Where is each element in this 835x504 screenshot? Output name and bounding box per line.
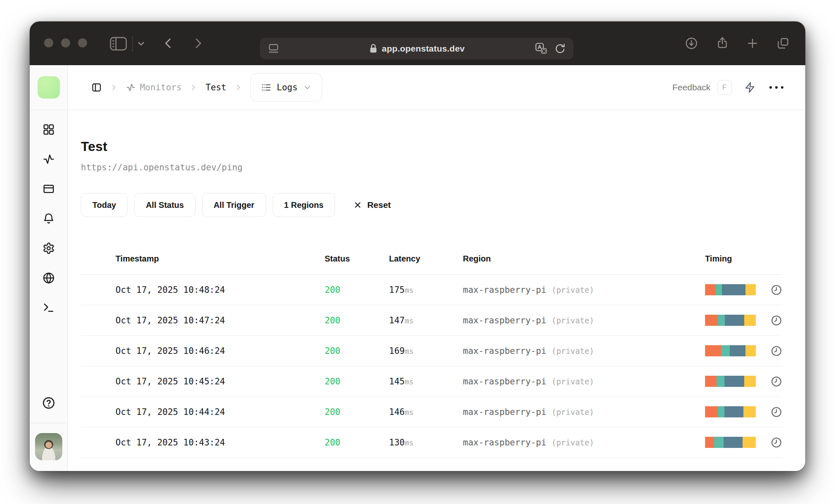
cell-timestamp: Oct 17, 2025 10:46:24 (116, 346, 325, 356)
cell-latency: 145ms (389, 377, 463, 386)
sidebar-footer-divider (30, 423, 67, 423)
new-tab-icon[interactable] (746, 37, 759, 49)
activity-icon[interactable] (42, 153, 55, 165)
lock-icon (369, 43, 378, 54)
column-header-status: Status (325, 254, 389, 264)
terminal-icon[interactable] (42, 301, 55, 314)
feedback-kbd-badge: F (717, 80, 732, 95)
bell-icon[interactable] (42, 212, 55, 225)
tab-overview-icon[interactable] (776, 37, 790, 50)
cell-status: 200 (325, 316, 389, 325)
sidebar-options-chevron-icon[interactable] (136, 40, 146, 47)
chevron-right-icon (109, 83, 118, 92)
cell-region: max-raspberry-pi (private) (463, 346, 705, 356)
timing-segment (705, 376, 717, 387)
timing-segment (744, 315, 756, 326)
filter-date-button[interactable]: Today (81, 193, 127, 217)
breadcrumb-monitor-name[interactable]: Test (205, 82, 226, 92)
filters-bar: Today All Status All Trigger 1 Regions R… (81, 193, 805, 217)
activity-icon (126, 82, 136, 92)
table-row[interactable]: Oct 17, 2025 10:46:24 200 169ms max-rasp… (81, 336, 782, 366)
logs-table: Timestamp Status Latency Region Timing O… (81, 251, 782, 458)
grid-icon[interactable] (42, 123, 55, 136)
close-window-button[interactable] (44, 38, 53, 47)
breadcrumb: Monitors Test (91, 73, 322, 102)
timing-segment (745, 345, 756, 356)
timing-segment (725, 315, 744, 326)
fullscreen-window-button[interactable] (78, 38, 87, 47)
timing-bar (705, 406, 756, 417)
cell-status: 200 (325, 346, 389, 356)
timing-segment (724, 437, 743, 448)
translate-icon[interactable] (535, 42, 548, 55)
timing-segment (705, 315, 718, 326)
more-options-icon[interactable] (768, 85, 785, 89)
downloads-icon[interactable] (685, 37, 698, 50)
feedback-button[interactable]: Feedback F (672, 80, 732, 95)
clock-icon[interactable] (771, 284, 782, 296)
table-row[interactable]: Oct 17, 2025 10:43:24 200 130ms max-rasp… (81, 427, 782, 458)
filter-status-button[interactable]: All Status (134, 193, 195, 217)
table-row[interactable]: Oct 17, 2025 10:44:24 200 146ms max-rasp… (81, 397, 782, 427)
cell-latency: 147ms (389, 316, 463, 325)
cell-latency: 130ms (389, 438, 463, 447)
timing-segment (705, 406, 718, 417)
zap-icon[interactable] (744, 82, 756, 93)
timing-segment (721, 345, 730, 356)
breadcrumb-monitors[interactable]: Monitors (126, 82, 182, 92)
clock-icon[interactable] (771, 437, 782, 448)
clock-icon[interactable] (771, 345, 782, 357)
filter-regions-button[interactable]: 1 Regions (273, 193, 335, 217)
browser-chrome: app.openstatus.dev (30, 21, 805, 65)
chrome-divider (132, 36, 133, 51)
table-row[interactable]: Oct 17, 2025 10:48:24 200 175ms max-rasp… (81, 275, 782, 305)
table-body: Oct 17, 2025 10:48:24 200 175ms max-rasp… (81, 275, 782, 458)
table-row[interactable]: Oct 17, 2025 10:47:24 200 147ms max-rasp… (81, 305, 782, 336)
chevron-right-icon (234, 83, 243, 92)
cell-region: max-raspberry-pi (private) (463, 407, 705, 417)
timing-segment (743, 406, 756, 417)
back-button[interactable] (163, 36, 173, 50)
cell-status: 200 (325, 407, 389, 417)
cell-timestamp: Oct 17, 2025 10:47:24 (116, 316, 325, 325)
list-icon (261, 82, 271, 93)
minimize-window-button[interactable] (61, 38, 70, 47)
timing-segment (724, 376, 744, 387)
table-row[interactable]: Oct 17, 2025 10:45:24 200 145ms max-rasp… (81, 366, 782, 397)
cell-latency: 175ms (389, 285, 463, 295)
timing-segment (705, 345, 721, 356)
page-title: Test (81, 110, 805, 154)
gear-icon[interactable] (42, 242, 55, 254)
column-header-region: Region (463, 254, 705, 264)
app-sidebar-toggle-icon[interactable] (91, 82, 102, 93)
reset-filters-button[interactable]: Reset (353, 200, 391, 210)
cell-region: max-raspberry-pi (private) (463, 316, 705, 325)
timing-segment (717, 376, 724, 387)
timing-bar (705, 437, 756, 448)
address-text[interactable]: app.openstatus.dev (382, 44, 465, 54)
timing-segment (714, 437, 724, 448)
cell-region: max-raspberry-pi (private) (463, 377, 705, 386)
filter-trigger-button[interactable]: All Trigger (202, 193, 266, 217)
globe-icon[interactable] (42, 272, 55, 284)
address-bar[interactable]: app.openstatus.dev (260, 38, 573, 59)
clock-icon[interactable] (771, 315, 782, 326)
logs-view-select[interactable]: Logs (250, 73, 323, 102)
close-icon (353, 200, 362, 210)
timing-segment (722, 284, 746, 295)
cell-status: 200 (325, 377, 389, 386)
clock-icon[interactable] (771, 406, 782, 418)
clock-icon[interactable] (771, 376, 782, 387)
window-controls (44, 38, 87, 47)
help-icon[interactable] (42, 396, 55, 410)
workspace-logo[interactable] (38, 76, 60, 99)
forward-button[interactable] (193, 36, 204, 50)
browser-sidebar-toggle-icon[interactable] (110, 37, 127, 51)
panel-icon[interactable] (42, 183, 55, 195)
reload-icon[interactable] (554, 43, 566, 54)
timing-bar (705, 284, 756, 295)
user-avatar[interactable] (35, 433, 62, 460)
browser-window: app.openstatus.dev (30, 21, 805, 471)
share-icon[interactable] (716, 36, 729, 49)
cell-timestamp: Oct 17, 2025 10:48:24 (116, 285, 325, 295)
